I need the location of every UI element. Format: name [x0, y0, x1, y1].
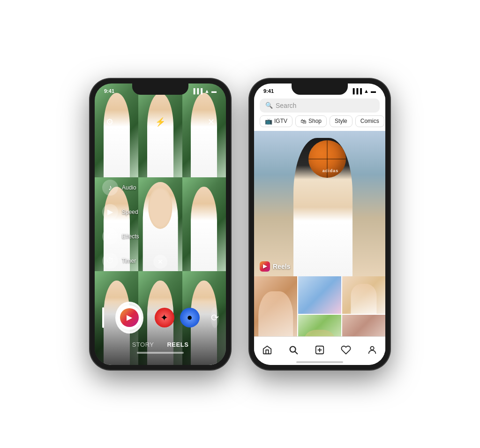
igtv-icon: 📺 — [265, 118, 272, 125]
adidas-logo: adidas — [322, 168, 339, 173]
notch — [132, 84, 188, 95]
left-status-icons: ▐▐▐ ▲ ▬ — [192, 88, 217, 94]
camera-top-bar: ⚙ ⚡ ✕ — [95, 96, 226, 133]
signal-icon: ▐▐▐ — [192, 88, 202, 94]
settings-icon[interactable]: ⚙ — [102, 114, 117, 129]
camera-mode-row: STORY REELS — [95, 341, 226, 348]
right-signal-icon: ▐▐▐ — [351, 88, 362, 94]
filter-dots: ✦ ● — [155, 308, 200, 327]
wifi-icon: ▲ — [204, 88, 210, 94]
camera-bottom: ▶ ✦ ● ⟳ STORY REELS — [95, 302, 226, 365]
right-notch — [292, 84, 348, 95]
story-mode[interactable]: STORY — [132, 341, 154, 348]
effects-control[interactable]: ☺ Effects — [102, 228, 139, 244]
svg-line-1 — [295, 351, 297, 354]
speed-icon: ▶ — [102, 204, 118, 220]
shutter-button[interactable]: ▶ — [115, 302, 143, 334]
add-nav-icon[interactable] — [311, 342, 328, 358]
speed-control[interactable]: ▶ Speed — [102, 204, 139, 220]
audio-label: Audio — [122, 184, 136, 191]
right-status-icons: ▐▐▐ ▲ ▬ — [351, 88, 376, 94]
home-nav-icon[interactable] — [259, 342, 276, 358]
right-battery-icon: ▬ — [371, 88, 376, 94]
shutter-inner: ▶ — [117, 305, 142, 330]
pill-style-label: Style — [335, 118, 347, 124]
gallery-thumbnail[interactable] — [102, 307, 104, 328]
reels-label: ▶ Reels — [260, 261, 290, 272]
battery-icon: ▬ — [211, 88, 217, 94]
pill-shop[interactable]: 🛍 Shop — [295, 115, 327, 127]
pill-igtv[interactable]: 📺 IGTV — [260, 115, 292, 127]
hero-image: adidas ▶ Reels — [254, 131, 385, 276]
filter-blue[interactable]: ● — [180, 308, 200, 327]
svg-point-5 — [370, 346, 374, 349]
right-time: 9:41 — [263, 88, 274, 94]
explore-main: adidas ▶ Reels — [254, 131, 385, 336]
home-indicator-right — [296, 361, 343, 363]
camera-side-controls: ♪ Audio ▶ Speed ☺ Effects ⏱ Timer — [102, 180, 139, 269]
category-pills: 📺 IGTV 🛍 Shop Style Comics TV & Movie — [254, 115, 385, 131]
left-time: 9:41 — [104, 88, 114, 94]
search-bar[interactable]: 🔍 Search — [260, 99, 380, 113]
flip-camera-button[interactable]: ⟳ — [211, 307, 219, 328]
reels-icon: ▶ — [260, 261, 270, 272]
pill-comics-label: Comics — [360, 118, 379, 124]
pill-comics[interactable]: Comics — [355, 115, 384, 127]
explore-grid — [254, 276, 385, 336]
camera-overlay: 9:41 ▐▐▐ ▲ ▬ ⚙ ⚡ ✕ ♪ Audio — [95, 84, 226, 365]
search-nav-icon[interactable] — [285, 342, 302, 358]
right-phone: 9:41 ▐▐▐ ▲ ▬ 🔍 Search 📺 IGTV — [249, 79, 390, 370]
explore-screen: 🔍 Search 📺 IGTV 🛍 Shop Style Comi — [254, 96, 385, 365]
search-bar-wrap: 🔍 Search — [254, 96, 385, 115]
audio-icon: ♪ — [102, 180, 118, 196]
search-placeholder: Search — [276, 102, 296, 109]
basketball: adidas — [308, 140, 346, 178]
pill-style[interactable]: Style — [330, 115, 352, 127]
shutter-row: ▶ ✦ ● ⟳ — [95, 302, 226, 334]
thumb-nails[interactable] — [298, 276, 341, 314]
search-icon: 🔍 — [265, 102, 273, 109]
thumb-couple[interactable] — [254, 276, 297, 336]
timer-icon: ⏱ — [102, 253, 118, 269]
bottom-nav — [254, 336, 385, 361]
profile-nav-icon[interactable] — [364, 342, 381, 358]
reels-text: Reels — [273, 263, 290, 270]
filter-red[interactable]: ✦ — [155, 308, 174, 327]
audio-control[interactable]: ♪ Audio — [102, 180, 139, 196]
reels-shutter-icon: ▶ — [120, 308, 139, 327]
thumb-flowers[interactable] — [298, 315, 341, 336]
heart-nav-icon[interactable] — [338, 342, 354, 358]
flash-icon[interactable]: ⚡ — [153, 114, 168, 129]
close-icon[interactable]: ✕ — [203, 114, 218, 129]
effects-label: Effects — [122, 233, 139, 240]
pill-igtv-label: IGTV — [274, 118, 287, 124]
shop-icon: 🛍 — [300, 118, 307, 125]
home-indicator-left — [137, 352, 184, 354]
close-bubble[interactable]: ✕ — [153, 255, 167, 269]
timer-label: Timer — [122, 258, 136, 264]
pill-shop-label: Shop — [308, 118, 322, 124]
effects-icon: ☺ — [102, 228, 118, 244]
left-phone: 9:41 ▐▐▐ ▲ ▬ ⚙ ⚡ ✕ ♪ Audio — [90, 79, 231, 370]
thumb-woman[interactable] — [342, 276, 385, 314]
reels-mode[interactable]: REELS — [167, 341, 188, 348]
timer-control[interactable]: ⏱ Timer — [102, 253, 139, 269]
thumb-red[interactable] — [342, 315, 385, 336]
right-wifi-icon: ▲ — [364, 88, 369, 94]
speed-label: Speed — [122, 209, 138, 215]
